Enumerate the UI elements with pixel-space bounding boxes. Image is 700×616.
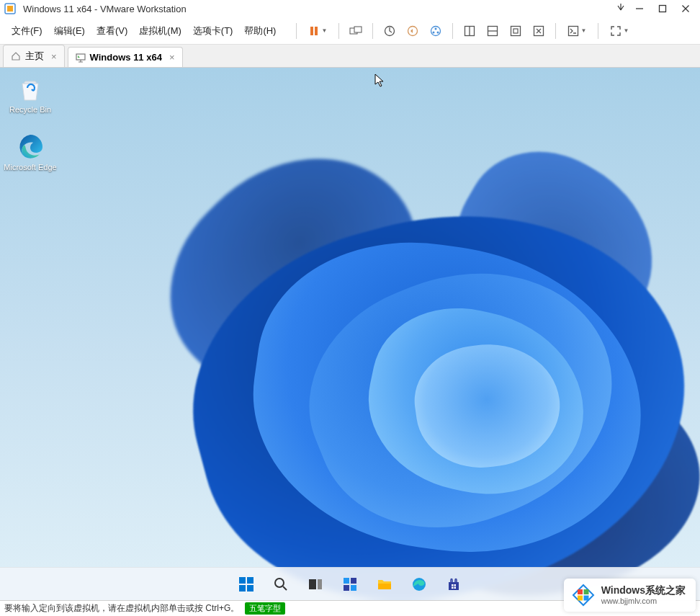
suspend-button[interactable]: ▼ — [302, 20, 333, 42]
tab-bar: 主页 × Windows 11 x64 × — [0, 45, 700, 68]
svg-rect-38 — [454, 584, 457, 586]
svg-rect-19 — [513, 29, 518, 33]
svg-rect-4 — [310, 27, 313, 35]
close-icon[interactable]: × — [169, 52, 175, 63]
vmware-app-icon — [4, 3, 16, 14]
snapshot-manager-button[interactable] — [425, 20, 447, 42]
svg-rect-41 — [578, 589, 583, 594]
chevron-down-icon: ▼ — [623, 27, 629, 34]
svg-rect-18 — [511, 26, 521, 35]
tab-label: 主页 — [25, 50, 44, 63]
watermark-title: Windows系统之家 — [601, 584, 686, 597]
taskbar-taskview-button[interactable] — [301, 570, 330, 599]
recycle-bin-icon — [16, 75, 45, 104]
svg-rect-26 — [247, 585, 253, 592]
menu-file[interactable]: 文件(F) — [6, 20, 48, 42]
svg-rect-25 — [239, 585, 246, 592]
view-single-button[interactable] — [459, 20, 480, 42]
svg-point-27 — [275, 579, 284, 587]
svg-rect-5 — [315, 27, 318, 35]
svg-point-11 — [433, 31, 435, 33]
svg-rect-42 — [583, 589, 588, 594]
svg-rect-24 — [247, 577, 253, 584]
windows-logo-icon — [571, 583, 596, 607]
close-button[interactable] — [678, 1, 693, 16]
menu-tabs[interactable]: 选项卡(T) — [187, 20, 239, 42]
svg-rect-39 — [452, 586, 454, 589]
desktop-icon-edge[interactable]: Microsoft Edge — [3, 133, 58, 171]
menu-view[interactable]: 查看(V) — [91, 20, 133, 42]
taskbar-explorer-button[interactable] — [370, 570, 399, 599]
svg-rect-32 — [351, 578, 356, 584]
tab-home[interactable]: 主页 × — [3, 45, 65, 67]
svg-rect-29 — [309, 579, 316, 589]
close-icon[interactable]: × — [51, 51, 57, 62]
svg-rect-23 — [239, 577, 246, 584]
svg-rect-7 — [354, 27, 362, 32]
taskbar-search-button[interactable] — [266, 570, 295, 599]
dropdown-arrow-icon[interactable] — [616, 4, 625, 14]
taskbar-edge-button[interactable] — [405, 570, 434, 599]
svg-rect-37 — [452, 584, 454, 586]
svg-rect-21 — [569, 26, 578, 35]
svg-point-10 — [431, 26, 441, 35]
taskbar-widgets-button[interactable] — [336, 570, 364, 599]
console-view-button[interactable]: ▼ — [562, 20, 592, 42]
svg-point-13 — [435, 27, 437, 30]
edge-icon — [16, 133, 45, 161]
menu-help[interactable]: 帮助(H) — [238, 20, 282, 42]
send-ctrl-alt-del-button[interactable] — [345, 20, 367, 42]
desktop-icon-label: Recycle Bin — [9, 105, 51, 114]
svg-rect-43 — [578, 596, 583, 601]
home-icon — [11, 51, 21, 61]
svg-rect-30 — [318, 579, 322, 589]
snapshot-take-button[interactable] — [379, 20, 400, 42]
snapshot-revert-button[interactable] — [402, 20, 423, 42]
menu-edit[interactable]: 编辑(E) — [48, 20, 91, 42]
chevron-down-icon: ▼ — [321, 27, 327, 34]
guest-display[interactable]: Recycle Bin Microsoft Edge — [0, 68, 700, 600]
monitor-icon — [76, 53, 86, 63]
tab-label: Windows 11 x64 — [90, 52, 162, 63]
ime-indicator: 五笔字型 — [245, 602, 285, 615]
maximize-button[interactable] — [655, 1, 670, 16]
svg-rect-3 — [660, 6, 666, 12]
status-message: 要将输入定向到该虚拟机，请在虚拟机内部单击或按 Ctrl+G。 — [4, 602, 239, 615]
watermark-url: www.bjjmlv.com — [601, 597, 686, 606]
menu-vm[interactable]: 虚拟机(M) — [133, 20, 187, 42]
svg-rect-33 — [344, 585, 349, 591]
window-title: Windows 11 x64 - VMware Workstation — [23, 4, 609, 14]
svg-rect-35 — [378, 584, 391, 589]
svg-rect-22 — [76, 54, 85, 60]
taskbar-store-button[interactable] — [439, 570, 468, 599]
svg-point-12 — [437, 31, 439, 33]
svg-rect-40 — [454, 586, 457, 589]
menu-bar: 文件(F) 编辑(E) 查看(V) 虚拟机(M) 选项卡(T) 帮助(H) ▼ — [0, 17, 700, 45]
taskbar-start-button[interactable] — [232, 570, 261, 599]
window-title-bar: Windows 11 x64 - VMware Workstation — [0, 0, 700, 17]
unity-mode-button[interactable] — [505, 20, 526, 42]
svg-rect-44 — [583, 596, 588, 601]
view-split-button[interactable] — [482, 20, 503, 42]
desktop-icon-label: Microsoft Edge — [4, 163, 56, 171]
desktop-icon-recycle-bin[interactable]: Recycle Bin — [3, 75, 58, 114]
tab-vm[interactable]: Windows 11 x64 × — [68, 47, 183, 67]
fullscreen-button[interactable]: ▼ — [604, 20, 634, 42]
svg-line-28 — [283, 586, 287, 590]
svg-rect-34 — [351, 585, 356, 591]
watermark: Windows系统之家 www.bjjmlv.com — [564, 579, 696, 612]
svg-rect-31 — [344, 578, 349, 584]
chevron-down-icon: ▼ — [580, 27, 586, 34]
minimize-button[interactable] — [632, 1, 647, 16]
quick-switch-button[interactable] — [528, 20, 549, 42]
svg-rect-1 — [7, 6, 13, 12]
wallpaper-bloom — [109, 68, 700, 600]
